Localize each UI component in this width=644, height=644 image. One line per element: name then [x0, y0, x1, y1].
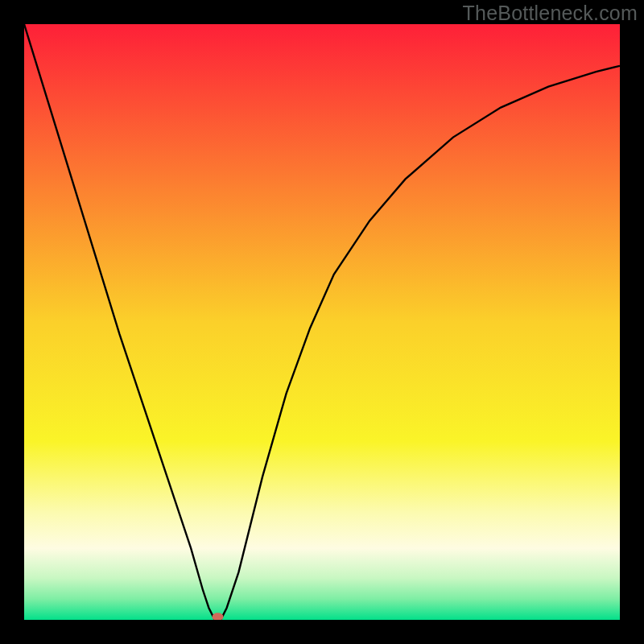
chart-frame: TheBottleneck.com: [0, 0, 644, 644]
gradient-background: [24, 24, 620, 620]
watermark-text: TheBottleneck.com: [463, 2, 638, 25]
plot-area: [24, 24, 620, 620]
chart-svg: [24, 24, 620, 620]
